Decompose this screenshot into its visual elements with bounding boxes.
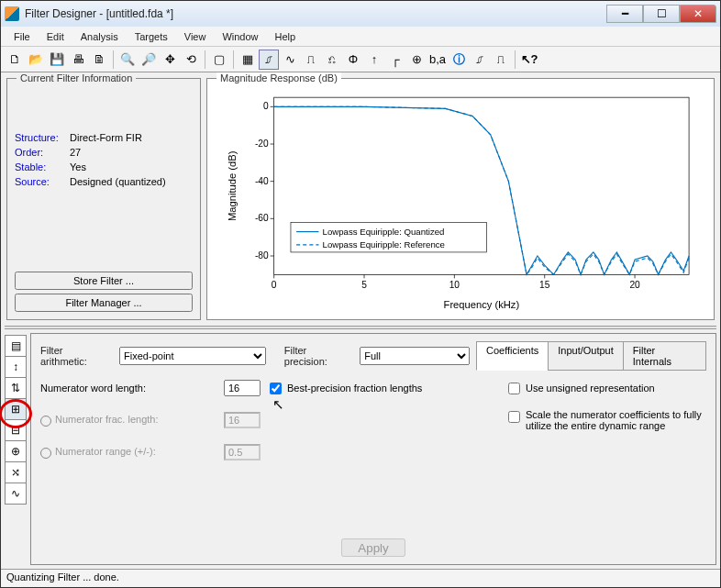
window-title: Filter Designer - [untitled.fda *] (25, 7, 173, 20)
app-window: Filter Designer - [untitled.fda *] ━ ☐ ✕… (0, 0, 721, 588)
toolbar: 🗋 📂 💾 🖶 🗎 🔍 🔎 ✥ ⟲ ▢ ▦ ⎎ ∿ ⎍ ⎌ Φ ↑ ┌ ⊕ b,… (1, 47, 720, 72)
svg-text:5: 5 (361, 280, 367, 290)
undock-icon[interactable]: ▢ (209, 50, 229, 70)
order-value: 27 (70, 147, 193, 158)
info-icon[interactable]: ⓘ (449, 50, 469, 70)
source-label: Source: (15, 176, 70, 187)
maximize-button[interactable]: ☐ (643, 5, 680, 23)
roundoff-icon[interactable]: ⎍ (491, 50, 511, 70)
current-filter-legend: Current Filter Information (17, 72, 136, 83)
settings-panel: Filter arithmetic: Fixed-point Filter pr… (30, 333, 716, 565)
zoomin-icon[interactable]: 🔍 (117, 50, 138, 70)
close-button[interactable]: ✕ (680, 5, 716, 23)
tab-input-output[interactable]: Input/Output (548, 341, 624, 371)
svg-text:Lowpass Equiripple: Quantized: Lowpass Equiripple: Quantized (323, 227, 445, 237)
menu-file[interactable]: File (6, 29, 38, 44)
svg-text:0: 0 (263, 101, 269, 111)
matlab-logo-icon (5, 6, 19, 21)
multirate-icon[interactable]: ⇅ (5, 377, 27, 399)
splitter[interactable] (5, 326, 716, 329)
menu-targets[interactable]: Targets (128, 29, 175, 44)
magnitude-chart: 051015200-20-40-60-80Frequency (kHz)Magn… (215, 88, 706, 312)
menu-edit[interactable]: Edit (39, 29, 72, 44)
phaseresp-icon[interactable]: ∿ (280, 50, 300, 70)
impresp-icon[interactable]: ↑ (364, 50, 384, 70)
numerator-word-length-label: Numerator word length: (40, 383, 224, 394)
minimize-button[interactable]: ━ (606, 5, 643, 23)
quantize-icon[interactable]: ⊞ (5, 398, 27, 420)
apply-button[interactable]: Apply (341, 538, 405, 557)
numerator-frac-length-input (224, 412, 261, 428)
tab-coefficients[interactable]: Coefficients (476, 341, 549, 371)
import-filter-icon[interactable]: ↕ (5, 356, 27, 378)
statusbar: Quantizing Filter ... done. (1, 569, 720, 587)
polezero-icon[interactable]: ⊕ (406, 50, 427, 70)
store-filter-button[interactable]: Store Filter ... (15, 272, 193, 290)
polezero-edit-icon[interactable]: ⊕ (5, 440, 27, 462)
menu-help[interactable]: Help (268, 29, 304, 44)
coef-icon[interactable]: b,a (427, 50, 448, 70)
svg-text:15: 15 (539, 280, 550, 290)
titlebar: Filter Designer - [untitled.fda *] ━ ☐ ✕ (1, 1, 720, 27)
scale-checkbox[interactable] (508, 411, 520, 423)
realize-icon[interactable]: ⊟ (5, 419, 27, 441)
unsigned-checkbox[interactable] (508, 383, 520, 394)
structure-value: Direct-Form FIR (70, 132, 193, 143)
order-label: Order: (15, 147, 70, 158)
zoomout-icon[interactable]: 🔎 (139, 50, 159, 70)
scale-label: Scale the numerator coefficients to full… (526, 409, 706, 431)
printpreview-icon[interactable]: 🗎 (89, 50, 109, 70)
design-filter-icon[interactable]: ▤ (5, 335, 27, 357)
best-precision-label: Best-precision fraction lengths (287, 383, 422, 394)
menubar: File Edit Analysis Targets View Window H… (1, 27, 720, 47)
help-icon[interactable]: ↖? (519, 50, 539, 70)
svg-text:10: 10 (449, 280, 460, 290)
svg-text:-40: -40 (255, 176, 269, 186)
groupdelay-icon[interactable]: ⎌ (322, 50, 342, 70)
source-value: Designed (quantized) (70, 176, 193, 187)
specs-icon[interactable]: ▦ (238, 50, 258, 70)
phasedelay-icon[interactable]: Φ (343, 50, 363, 70)
filter-arithmetic-label: Filter arithmetic: (40, 345, 112, 367)
numerator-frac-length-label: Numerator frac. length: (55, 414, 159, 425)
magphase-icon[interactable]: ⎍ (301, 50, 321, 70)
best-precision-checkbox[interactable] (270, 383, 282, 394)
menu-view[interactable]: View (177, 29, 214, 44)
magest-icon[interactable]: ⎎ (470, 50, 490, 70)
restore-icon[interactable]: ⟲ (181, 50, 201, 70)
status-text: Quantizing Filter ... done. (6, 571, 119, 582)
svg-text:Magnitude (dB): Magnitude (dB) (227, 150, 238, 221)
current-filter-panel: Current Filter Information Structure: Di… (6, 78, 201, 320)
save-icon[interactable]: 💾 (47, 50, 67, 70)
print-icon[interactable]: 🖶 (68, 50, 88, 70)
svg-text:0: 0 (272, 280, 277, 290)
mouse-cursor-icon: ↖ (272, 396, 284, 413)
svg-text:20: 20 (629, 280, 640, 290)
stepresp-icon[interactable]: ┌ (385, 50, 405, 70)
magresp-icon[interactable]: ⎎ (259, 50, 279, 70)
numerator-word-length-input[interactable] (224, 380, 261, 396)
svg-text:Frequency (kHz): Frequency (kHz) (444, 299, 520, 310)
open-icon[interactable]: 📂 (26, 50, 46, 70)
svg-text:-80: -80 (255, 250, 269, 261)
filter-precision-label: Filter precision: (284, 345, 352, 367)
numerator-range-label: Numerator range (+/-): (55, 446, 156, 457)
svg-text:-60: -60 (255, 213, 269, 223)
analysis-icon[interactable]: ∿ (5, 483, 27, 505)
tab-filter-internals[interactable]: Filter Internals (623, 341, 706, 371)
svg-text:-20: -20 (255, 139, 269, 149)
filter-arithmetic-select[interactable]: Fixed-point (119, 347, 266, 365)
pan-icon[interactable]: ✥ (160, 50, 180, 70)
svg-text:Lowpass Equiripple: Reference: Lowpass Equiripple: Reference (323, 239, 445, 250)
transform-icon[interactable]: ⤭ (5, 461, 27, 483)
menu-analysis[interactable]: Analysis (73, 29, 126, 44)
magnitude-legend: Magnitude Response (dB) (216, 72, 341, 83)
unsigned-label: Use unsigned representation (526, 383, 655, 394)
new-icon[interactable]: 🗋 (5, 50, 25, 70)
magnitude-response-panel: Magnitude Response (dB) 051015200-20-40-… (206, 78, 715, 320)
filter-manager-button[interactable]: Filter Manager ... (15, 294, 193, 312)
filter-precision-select[interactable]: Full (360, 347, 470, 365)
structure-label: Structure: (15, 132, 70, 143)
stable-value: Yes (70, 161, 193, 172)
menu-window[interactable]: Window (215, 29, 265, 44)
